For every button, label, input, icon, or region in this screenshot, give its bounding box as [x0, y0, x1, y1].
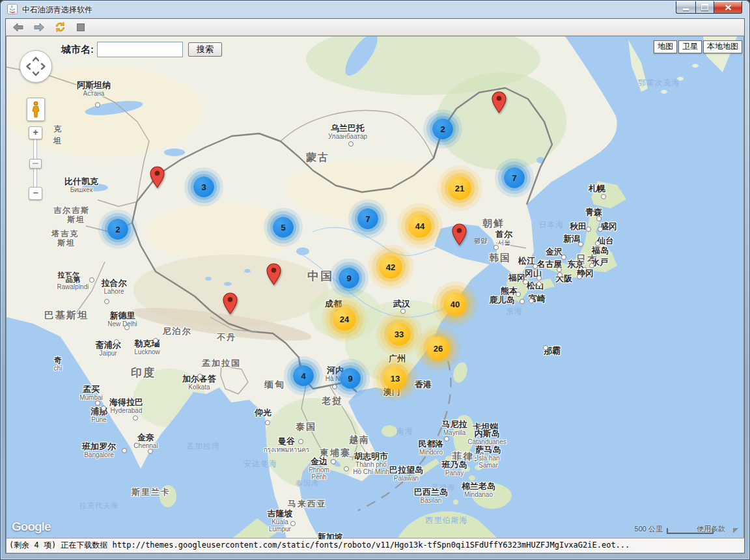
pin-marker[interactable] — [150, 166, 165, 191]
zoom-in-button[interactable]: + — [29, 126, 42, 139]
cluster-marker[interactable]: 4 — [293, 365, 314, 386]
cluster-marker[interactable]: 2 — [432, 119, 453, 139]
cluster-marker[interactable]: 40 — [443, 292, 467, 316]
cluster-marker[interactable]: 9 — [340, 368, 361, 389]
city-dot — [400, 309, 406, 314]
city-dot — [601, 194, 606, 199]
map-label: 泰国 — [296, 422, 316, 432]
pin-marker[interactable] — [452, 223, 467, 248]
back-arrow-icon — [12, 23, 24, 32]
back-button[interactable] — [11, 21, 25, 34]
terms-link[interactable]: 使用条款 — [697, 524, 725, 534]
city-name-input[interactable] — [97, 42, 183, 57]
toolbar — [6, 19, 744, 36]
minimize-button[interactable] — [676, 1, 695, 14]
map-label: 韩国 — [489, 253, 511, 264]
map-label: 拉克代夫海 — [79, 501, 118, 509]
map-type-local-button[interactable]: 本地地图 — [703, 40, 742, 53]
stop-button[interactable] — [74, 21, 88, 34]
map-label: 日本海 — [539, 221, 564, 229]
maximize-icon — [701, 4, 708, 10]
city-dot — [104, 299, 109, 304]
map-label: 巴拉望岛Palawan — [389, 466, 423, 482]
close-button[interactable] — [714, 1, 742, 14]
google-logo[interactable]: Google — [12, 520, 50, 534]
search-button[interactable]: 搜索 — [188, 42, 222, 57]
city-dot — [331, 459, 336, 464]
cluster-marker[interactable]: 3 — [193, 176, 214, 197]
pin-marker[interactable] — [266, 263, 281, 288]
map-label: 比什凯克Бишкек — [64, 177, 98, 193]
map-label: 班乃岛Panay — [442, 460, 467, 477]
zoom-out-button[interactable]: − — [29, 187, 42, 200]
map-label: 印度 — [131, 367, 156, 380]
city-dot — [122, 448, 127, 453]
title-bar[interactable]: 中石油沥青选择软件 — [0, 0, 750, 18]
map-label: 乌兰巴托Улаанбаатар — [328, 124, 367, 140]
pin-marker[interactable] — [492, 91, 507, 116]
map-label: 胡志明市Thành phốHồ Chí Minh — [353, 452, 389, 475]
map-label: 蒙古 — [306, 152, 329, 163]
map-label: 金奈Chennai — [133, 433, 158, 449]
map-label: 不丹 — [217, 333, 236, 342]
cluster-marker[interactable]: 26 — [426, 337, 450, 360]
map-label: 秋田 — [570, 222, 587, 231]
city-dot — [153, 338, 158, 343]
cluster-marker[interactable]: 7 — [504, 167, 525, 188]
city-dot — [101, 406, 106, 411]
cursor-arrow-icon — [733, 528, 738, 533]
map-label: 青森 — [585, 208, 602, 217]
cluster-marker[interactable]: 9 — [339, 268, 359, 288]
map-label: 奇chi — [54, 356, 62, 372]
map-label: 仰光 — [255, 408, 271, 417]
pan-control[interactable] — [20, 50, 52, 83]
cluster-marker[interactable]: 7 — [357, 208, 378, 229]
map-label: 朝鲜 — [482, 218, 505, 229]
cluster-marker[interactable]: 21 — [448, 176, 471, 200]
map-label: 塔吉克 — [51, 230, 79, 238]
city-dot — [529, 298, 534, 303]
search-bar: 城市名: 搜索 — [61, 42, 222, 57]
cluster-marker[interactable]: 2 — [107, 219, 128, 240]
map-label: 武汉 — [393, 300, 410, 309]
cluster-marker[interactable]: 33 — [387, 322, 411, 346]
cluster-marker[interactable]: 13 — [383, 367, 407, 390]
city-dot — [444, 436, 449, 441]
map-label: 拉合尔Lahore — [102, 279, 127, 295]
map-label: 坦 — [53, 137, 62, 145]
content-area: 克坦阿斯坦纳Астана鄂霍次克海乌兰巴托Улаанбаатар蒙古比什凯克Би… — [5, 18, 745, 553]
pegman-streetview-button[interactable] — [27, 98, 45, 121]
city-dot — [557, 267, 562, 272]
map-label: 吉隆坡KualaLumpur — [268, 509, 293, 533]
map-label: 尼泊尔 — [163, 327, 192, 336]
close-icon — [725, 5, 732, 10]
city-dot — [520, 299, 525, 304]
cluster-marker[interactable]: 42 — [379, 255, 402, 279]
map-label: 首尔서울 — [495, 230, 512, 246]
window-title: 中石油沥青选择软件 — [22, 5, 92, 16]
map-type-satellite-button[interactable]: 卫星 — [678, 40, 702, 53]
cluster-marker[interactable]: 44 — [408, 214, 432, 238]
map-label: 金沢 — [546, 247, 562, 257]
maximize-button[interactable] — [695, 1, 714, 14]
refresh-button[interactable] — [53, 21, 67, 34]
pegman-icon — [31, 101, 40, 118]
cluster-marker[interactable]: 5 — [273, 217, 294, 238]
map-label: 阿斯坦纳Астана — [77, 81, 111, 97]
map-label: 斯里兰卡 — [132, 488, 171, 497]
map-label: 新潟 — [563, 234, 580, 244]
refresh-icon — [55, 21, 66, 33]
city-dot — [536, 275, 542, 281]
city-dot — [344, 466, 349, 471]
map-canvas[interactable]: 克坦阿斯坦纳Астана鄂霍次克海乌兰巴托Улаанбаатар蒙古比什凯克Би… — [6, 36, 744, 540]
map-label: 民都洛Mindoro — [419, 440, 444, 456]
forward-button[interactable] — [32, 21, 46, 34]
map-label: 巴西兰岛Basilan — [414, 488, 448, 504]
cluster-marker[interactable]: 24 — [333, 307, 356, 331]
map-label: 斯坦 — [57, 239, 76, 247]
zoom-slider-handle[interactable] — [29, 159, 42, 169]
map-label: 安达曼海 — [243, 460, 277, 468]
map-type-map-button[interactable]: 地图 — [654, 40, 677, 53]
city-dot — [265, 420, 270, 425]
pin-marker[interactable] — [223, 292, 238, 317]
